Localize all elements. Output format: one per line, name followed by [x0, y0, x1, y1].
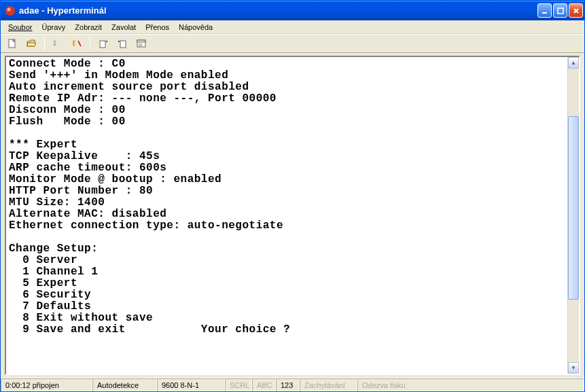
- scroll-down-icon[interactable]: ▼: [568, 362, 579, 374]
- open-folder-icon[interactable]: [24, 36, 39, 51]
- menu-file[interactable]: Soubor: [3, 22, 37, 33]
- status-autodetect: Autodetekce: [92, 378, 157, 391]
- toolbar-separator: [44, 37, 45, 50]
- phone-connect-icon[interactable]: [50, 36, 65, 51]
- properties-icon[interactable]: [134, 36, 149, 51]
- app-icon: [5, 5, 16, 16]
- status-num: 123: [276, 378, 300, 391]
- vertical-scrollbar[interactable]: ▲ ▼: [567, 57, 579, 374]
- toolbar-separator: [90, 37, 90, 50]
- svg-line-5: [78, 41, 81, 46]
- svg-rect-6: [100, 41, 105, 48]
- svg-point-0: [5, 6, 15, 16]
- menu-view[interactable]: Zobrazit: [70, 22, 107, 33]
- svg-rect-3: [558, 8, 563, 14]
- phone-disconnect-icon[interactable]: [69, 36, 84, 51]
- scroll-up-icon[interactable]: ▲: [568, 57, 579, 69]
- send-file-icon[interactable]: [96, 36, 111, 51]
- svg-rect-7: [120, 41, 126, 48]
- close-button[interactable]: [569, 3, 583, 18]
- status-capture: Zachytávání: [300, 378, 357, 391]
- app-window: adae - Hyperterminál Soubor Úpravy Zobra…: [0, 0, 585, 392]
- scroll-thumb[interactable]: [568, 116, 579, 300]
- maximize-button[interactable]: [553, 3, 567, 18]
- window-controls: [537, 3, 583, 18]
- titlebar[interactable]: adae - Hyperterminál: [1, 1, 584, 20]
- new-file-icon[interactable]: [5, 36, 20, 51]
- menu-edit[interactable]: Úpravy: [37, 22, 70, 33]
- menubar: Soubor Úpravy Zobrazit Zavolat Přenos Ná…: [1, 20, 584, 34]
- toolbar: [1, 34, 584, 53]
- svg-rect-2: [542, 12, 547, 14]
- status-connection-time: 0:00:12 připojen: [1, 378, 92, 391]
- receive-file-icon[interactable]: [115, 36, 130, 51]
- status-port-settings: 9600 8-N-1: [157, 378, 225, 391]
- status-scrl: SCRL: [225, 378, 252, 391]
- scroll-track[interactable]: [568, 69, 579, 362]
- svg-rect-9: [137, 40, 145, 42]
- client-area: Connect Mode : C0 Send '+++' in Modem Mo…: [1, 53, 584, 378]
- statusbar: 0:00:12 připojen Autodetekce 9600 8-N-1 …: [1, 378, 584, 391]
- menu-help[interactable]: Nápověda: [174, 22, 217, 33]
- status-print-echo: Odezva tisku: [357, 378, 584, 391]
- status-abc: ABC: [252, 378, 276, 391]
- minimize-button[interactable]: [537, 3, 552, 18]
- window-title: adae - Hyperterminál: [19, 5, 537, 16]
- terminal-frame: Connect Mode : C0 Send '+++' in Modem Mo…: [5, 56, 580, 375]
- menu-call[interactable]: Zavolat: [107, 22, 141, 33]
- terminal-output[interactable]: Connect Mode : C0 Send '+++' in Modem Mo…: [6, 57, 567, 374]
- menu-transfer[interactable]: Přenos: [141, 22, 174, 33]
- svg-point-1: [7, 7, 11, 11]
